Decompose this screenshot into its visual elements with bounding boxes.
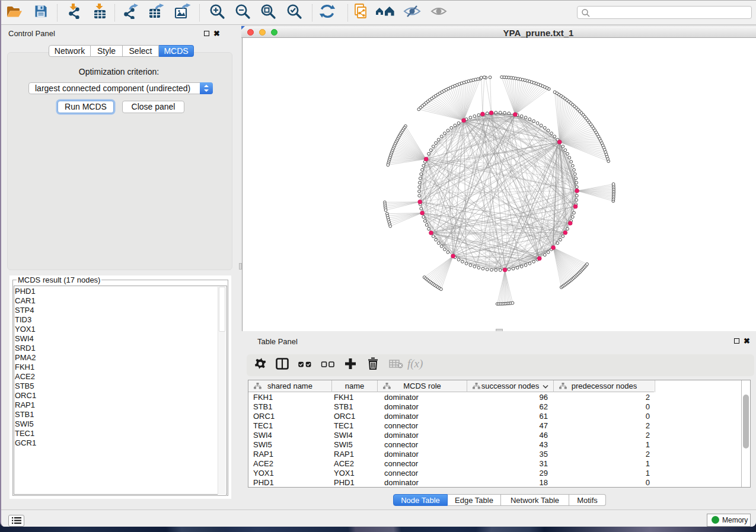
svg-text:f(x): f(x) — [407, 357, 423, 370]
